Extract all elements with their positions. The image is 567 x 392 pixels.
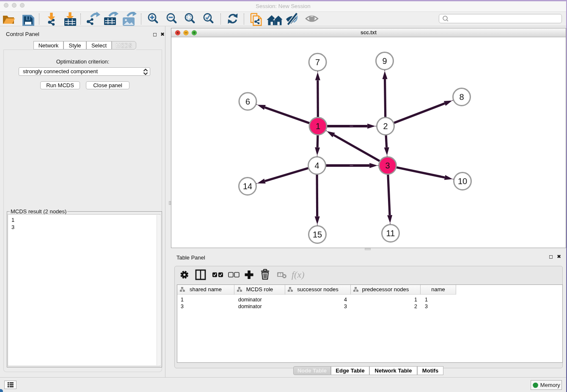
svg-text:f(x): f(x) xyxy=(292,269,305,280)
svg-text:7: 7 xyxy=(315,58,320,67)
svg-text:11: 11 xyxy=(386,229,395,238)
svg-text:8: 8 xyxy=(459,92,464,102)
svg-text:9: 9 xyxy=(382,56,387,66)
svg-text:3: 3 xyxy=(385,161,390,170)
svg-text:6: 6 xyxy=(245,97,250,106)
svg-text:4: 4 xyxy=(314,161,319,170)
svg-text:10: 10 xyxy=(458,177,467,186)
svg-text:14: 14 xyxy=(243,182,252,191)
svg-text:1: 1 xyxy=(316,121,320,131)
svg-text:15: 15 xyxy=(313,230,322,239)
svg-text:2: 2 xyxy=(383,121,388,131)
